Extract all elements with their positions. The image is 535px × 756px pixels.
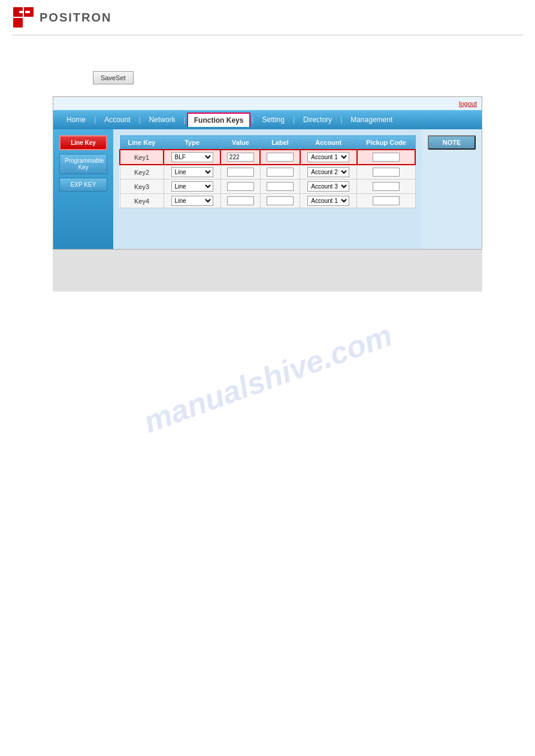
sidebar: Line Key Programmable Key EXP KEY [53, 129, 113, 249]
col-pickup-code: Pickup Code [357, 136, 415, 150]
nav-sep-6: | [339, 116, 343, 124]
logout-link[interactable]: logout [459, 100, 477, 107]
key3-value-input[interactable] [227, 182, 254, 191]
key2-value-cell[interactable] [220, 165, 260, 180]
key1-pickup-input[interactable] [373, 153, 400, 162]
key3-pickup-cell[interactable] [357, 180, 415, 194]
note-button[interactable]: NOTE [428, 135, 476, 150]
col-line-key: Line Key [120, 136, 164, 150]
main-content: Line Key Programmable Key EXP KEY Line K… [53, 129, 482, 249]
nav-sep-4: | [250, 116, 255, 124]
key1-value-cell[interactable] [220, 150, 260, 165]
nav-function-keys[interactable]: Function Keys [187, 113, 251, 127]
logo-text: POSITRON [40, 11, 111, 25]
key4-type-cell[interactable]: Line BLF Speed Dial Transfer [164, 194, 220, 208]
key1-label-input[interactable] [267, 153, 294, 162]
key4-label: Key4 [134, 198, 149, 205]
key3-pickup-input[interactable] [373, 182, 400, 191]
save-set-button[interactable]: SaveSet [93, 71, 134, 84]
table-row: Key1 BLF Line Speed Dial Transfer [120, 150, 415, 165]
key2-type-select[interactable]: Line BLF Speed Dial Transfer [171, 167, 213, 177]
save-area: SaveSet [0, 35, 535, 96]
key4-account-cell[interactable]: Account 1 Account 2 Account 3 [300, 194, 357, 208]
logo-area: POSITRON [12, 6, 111, 29]
key2-value-input[interactable] [227, 168, 254, 177]
key2-name: Key2 [120, 165, 164, 180]
nav-management[interactable]: Management [343, 112, 400, 127]
nav-network[interactable]: Network [142, 112, 183, 127]
logout-bar: logout [53, 97, 482, 110]
nav-bar: Home | Account | Network | Function Keys… [53, 110, 482, 129]
key2-label-cell[interactable] [260, 165, 300, 180]
svg-rect-3 [19, 11, 24, 13]
svg-rect-4 [25, 11, 30, 13]
key1-label: Key1 [134, 154, 149, 161]
key3-account-cell[interactable]: Account 1 Account 2 Account 3 [300, 180, 357, 194]
key1-value-input[interactable] [227, 153, 254, 162]
key3-account-select[interactable]: Account 1 Account 2 Account 3 [307, 181, 349, 192]
key4-value-cell[interactable] [220, 194, 260, 208]
key4-label-input[interactable] [267, 196, 294, 205]
bottom-area [53, 250, 482, 292]
table-header-row: Line Key Type Value Label Account Pickup… [120, 136, 415, 150]
key1-type-select[interactable]: BLF Line Speed Dial Transfer [171, 152, 213, 162]
key3-name: Key3 [120, 180, 164, 194]
nav-sep-2: | [138, 116, 142, 124]
nav-directory[interactable]: Directory [296, 112, 339, 127]
key3-value-cell[interactable] [220, 180, 260, 194]
watermark: manualshive.com [138, 317, 397, 440]
key2-pickup-cell[interactable] [357, 165, 415, 180]
svg-rect-2 [13, 18, 23, 28]
key4-pickup-cell[interactable] [357, 194, 415, 208]
key1-pickup-cell[interactable] [357, 150, 415, 165]
table-row: Key2 Line BLF Speed Dial Transfer [120, 165, 415, 180]
col-type: Type [164, 136, 220, 150]
key4-type-select[interactable]: Line BLF Speed Dial Transfer [171, 196, 213, 206]
key3-label: Key3 [134, 183, 149, 190]
key1-account-cell[interactable]: Account 1 Account 2 Account 3 [300, 150, 357, 165]
nav-sep-5: | [292, 116, 296, 124]
col-account: Account [300, 136, 357, 150]
key1-account-select[interactable]: Account 1 Account 2 Account 3 [307, 152, 349, 162]
key4-value-input[interactable] [227, 196, 254, 205]
key3-label-input[interactable] [267, 182, 294, 191]
key2-account-select[interactable]: Account 1 Account 2 Account 3 [307, 167, 349, 177]
key4-name: Key4 [120, 194, 164, 208]
sidebar-programmable-key[interactable]: Programmable Key [59, 154, 107, 174]
key2-label-input[interactable] [267, 168, 294, 177]
key2-pickup-input[interactable] [373, 168, 400, 177]
key1-name: Key1 [120, 150, 164, 165]
nav-sep-1: | [93, 116, 97, 124]
positron-logo-icon [12, 6, 35, 29]
table-row: Key3 Line BLF Speed Dial Transfer [120, 180, 415, 194]
sidebar-line-key[interactable]: Line Key [59, 135, 107, 150]
col-label: Label [260, 136, 300, 150]
table-area: Line Key Type Value Label Account Pickup… [113, 129, 422, 249]
key-table: Line Key Type Value Label Account Pickup… [119, 135, 416, 208]
nav-setting[interactable]: Setting [255, 112, 292, 127]
header: POSITRON [0, 0, 535, 35]
key3-type-cell[interactable]: Line BLF Speed Dial Transfer [164, 180, 220, 194]
key4-account-select[interactable]: Account 1 Account 2 Account 3 [307, 196, 349, 206]
table-row: Key4 Line BLF Speed Dial Transfer [120, 194, 415, 208]
key2-type-cell[interactable]: Line BLF Speed Dial Transfer [164, 165, 220, 180]
col-value: Value [220, 136, 260, 150]
sidebar-exp-key[interactable]: EXP KEY [59, 178, 107, 192]
key4-label-cell[interactable] [260, 194, 300, 208]
ui-container: logout Home | Account | Network | Functi… [53, 96, 482, 250]
nav-account[interactable]: Account [97, 112, 137, 127]
key1-type-cell[interactable]: BLF Line Speed Dial Transfer [164, 150, 220, 165]
key3-type-select[interactable]: Line BLF Speed Dial Transfer [171, 181, 213, 192]
key2-account-cell[interactable]: Account 1 Account 2 Account 3 [300, 165, 357, 180]
key1-label-cell[interactable] [260, 150, 300, 165]
nav-sep-3: | [183, 116, 187, 124]
key4-pickup-input[interactable] [373, 196, 400, 205]
nav-home[interactable]: Home [59, 112, 93, 127]
key2-label: Key2 [134, 169, 149, 176]
note-panel: NOTE [422, 129, 482, 249]
key3-label-cell[interactable] [260, 180, 300, 194]
